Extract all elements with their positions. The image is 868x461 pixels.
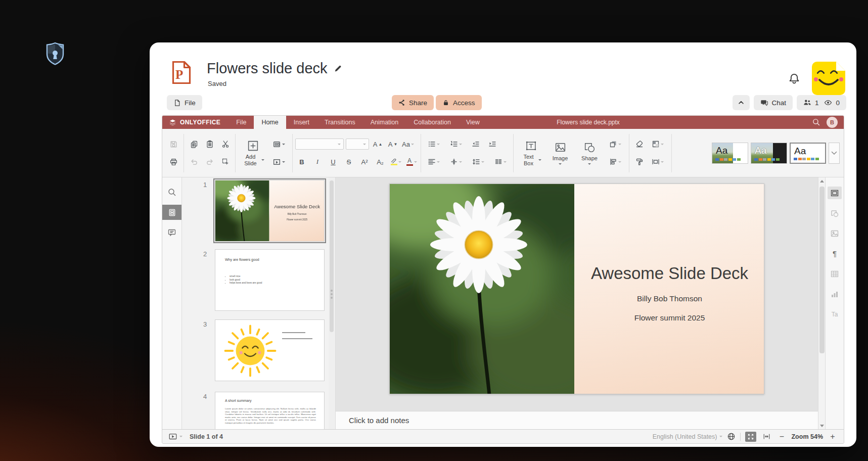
save-status: Saved	[208, 80, 226, 87]
daisy-photo[interactable]	[390, 184, 574, 394]
copy-button[interactable]	[187, 137, 201, 151]
theme-option-1[interactable]: Aa	[712, 143, 748, 164]
subscript-button[interactable]: A₂	[374, 155, 387, 169]
undo-button[interactable]	[187, 155, 201, 169]
highlight-color-button[interactable]	[389, 155, 402, 169]
font-color-button[interactable]: A	[405, 155, 418, 169]
superscript-button[interactable]: A²	[358, 155, 371, 169]
tab-insert[interactable]: Insert	[286, 116, 317, 129]
save-button[interactable]	[166, 137, 181, 151]
access-button[interactable]: Access	[436, 95, 482, 110]
slide-author-text[interactable]: Billy Bob Thomson	[574, 294, 764, 303]
start-slideshow-button[interactable]	[267, 155, 290, 169]
slide-title-text[interactable]: Awesome Slide Deck	[574, 264, 764, 283]
chat-button[interactable]: Chat	[754, 95, 793, 110]
search-panel-button[interactable]	[162, 185, 181, 200]
canvas-scrollbar[interactable]	[818, 177, 825, 429]
shape-settings-icon[interactable]	[828, 207, 842, 219]
account-avatar[interactable]	[812, 62, 845, 95]
title-text-side[interactable]: Awesome Slide Deck Billy Bob Thomson Flo…	[574, 184, 764, 394]
theme-option-3-selected[interactable]: Aa	[790, 143, 826, 164]
slide2-thumbnail[interactable]: Why are flowers good smell nice look goo…	[215, 249, 325, 311]
fit-slide-button[interactable]	[745, 432, 756, 442]
current-slide[interactable]: Awesome Slide Deck Billy Bob Thomson Flo…	[389, 183, 764, 394]
slide-canvas-area[interactable]: Awesome Slide Deck Billy Bob Thomson Flo…	[336, 177, 818, 411]
slide3-thumbnail[interactable]	[215, 319, 325, 381]
slide4-thumbnail[interactable]: A short summary Lorem ipsum dolor sit am…	[215, 392, 325, 429]
shape-button[interactable]: Shape	[575, 132, 604, 174]
bullets-button[interactable]	[424, 137, 444, 151]
thumbnails-scroll-thumb[interactable]	[330, 180, 334, 332]
chart-settings-icon[interactable]	[828, 288, 842, 300]
start-slideshow-status-button[interactable]	[168, 432, 182, 441]
vertical-align-button[interactable]	[446, 155, 466, 169]
image-settings-icon[interactable]	[828, 227, 842, 240]
paragraph-settings-icon[interactable]: ¶	[828, 247, 842, 260]
align-shape-button[interactable]	[604, 155, 626, 169]
underline-button[interactable]: U	[327, 155, 340, 169]
numbering-button[interactable]	[446, 137, 466, 151]
font-size-select[interactable]	[346, 139, 369, 150]
slide1-thumbnail[interactable]: Awesome Slide Deck Billy Bob Thomson Flo…	[215, 180, 325, 242]
increase-indent-button[interactable]	[485, 137, 499, 151]
font-name-select[interactable]	[295, 139, 344, 150]
language-selector[interactable]: English (United States)	[653, 433, 723, 440]
file-menu-button[interactable]: File	[167, 95, 202, 110]
scroll-up-button[interactable]	[818, 177, 826, 185]
fit-width-button[interactable]	[761, 432, 772, 442]
line-spacing-button[interactable]	[468, 155, 488, 169]
presence-button[interactable]: 1 0	[797, 95, 846, 110]
table-settings-icon[interactable]	[828, 267, 842, 280]
slide-layout-button[interactable]	[267, 137, 290, 151]
bold-button[interactable]: B	[295, 155, 308, 169]
slide-settings-icon[interactable]	[828, 187, 842, 199]
zoom-out-button[interactable]: −	[776, 432, 787, 441]
clear-style-button[interactable]	[632, 137, 647, 151]
increase-font-button[interactable]: A▲	[371, 137, 384, 151]
redo-button[interactable]	[202, 155, 217, 169]
text-box-button[interactable]: Text Box	[516, 132, 545, 174]
slides-panel-button[interactable]	[162, 205, 181, 220]
spellcheck-globe-icon[interactable]	[727, 432, 736, 441]
tab-view[interactable]: View	[459, 116, 487, 129]
change-case-button[interactable]: Aa	[401, 137, 415, 151]
rename-pencil-icon[interactable]	[334, 64, 342, 73]
image-button[interactable]: Image	[545, 132, 575, 174]
thumbnails-scrollbar[interactable]	[329, 177, 336, 429]
arrange-shape-button[interactable]	[604, 137, 626, 151]
color-scheme-button[interactable]	[647, 137, 669, 151]
textart-settings-icon[interactable]: Ta	[828, 308, 842, 320]
paste-button[interactable]	[202, 137, 217, 151]
notes-area[interactable]: Click to add notes	[336, 411, 818, 429]
theme-option-2[interactable]: Aa	[751, 143, 787, 164]
theme-gallery-expand-button[interactable]	[829, 143, 840, 164]
share-button[interactable]: Share	[392, 95, 434, 110]
columns-button[interactable]	[490, 155, 511, 169]
zoom-in-button[interactable]: +	[828, 432, 838, 441]
search-icon[interactable]	[812, 118, 820, 126]
decrease-font-button[interactable]: A▼	[386, 137, 399, 151]
slide-size-button[interactable]	[647, 155, 669, 169]
copy-style-button[interactable]	[632, 155, 647, 169]
tab-animation[interactable]: Animation	[363, 116, 406, 129]
feedback-panel-button[interactable]	[162, 225, 181, 240]
tab-transitions[interactable]: Transitions	[317, 116, 363, 129]
canvas-scroll-thumb[interactable]	[819, 187, 825, 353]
horizontal-align-button[interactable]	[424, 155, 444, 169]
scroll-down-button[interactable]	[818, 422, 826, 429]
print-button[interactable]	[166, 155, 181, 169]
tab-collaboration[interactable]: Collaboration	[406, 116, 459, 129]
strikeout-button[interactable]: S	[342, 155, 355, 169]
cut-button[interactable]	[218, 137, 233, 151]
italic-button[interactable]: I	[311, 155, 324, 169]
notifications-bell-icon[interactable]	[786, 69, 803, 88]
tab-file[interactable]: File	[229, 116, 254, 129]
menubar-user-avatar[interactable]: B	[827, 117, 838, 128]
panel-splitter-grip[interactable]	[331, 290, 333, 299]
decrease-indent-button[interactable]	[468, 137, 483, 151]
add-slide-button[interactable]: Add Slide	[238, 132, 267, 174]
tab-home[interactable]: Home	[254, 116, 286, 129]
slide-event-text[interactable]: Flower summit 2025	[574, 313, 764, 322]
select-all-button[interactable]	[218, 155, 233, 169]
collapse-header-button[interactable]	[733, 95, 750, 110]
